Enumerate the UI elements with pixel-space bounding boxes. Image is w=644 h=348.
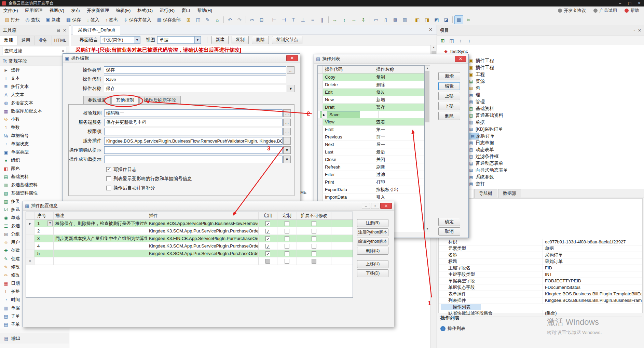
toolbox-item[interactable]: ▥ 多选基础资料 (0, 181, 69, 189)
project-toolbar-icon-button[interactable]: ↑ (457, 37, 464, 44)
menu-item[interactable]: 编辑(E) (112, 6, 134, 14)
text-input[interactable] (104, 146, 283, 154)
text-input[interactable]: 编码唯一 (104, 109, 283, 117)
operation-row[interactable]: New 新增 (318, 96, 424, 104)
toolbox-item[interactable]: ♦ 组织 (0, 156, 69, 164)
document-action-button[interactable]: 复制 (232, 36, 249, 44)
pin-icon[interactable]: ⊟ (57, 28, 60, 33)
toolbar-icon-button[interactable]: ◩ (432, 15, 441, 24)
plugin-dialog-button[interactable]: 删除(D) (357, 247, 388, 255)
column-header-enabled[interactable]: 启用 (259, 212, 277, 219)
property-row[interactable]: 列表插件 Kingdee.BOS.Business.Bill.PlugIn.Bu… (439, 297, 642, 304)
toolbox-item[interactable]: ► 选择 (0, 66, 69, 74)
document-action-button[interactable]: 删除 (252, 36, 269, 44)
toolbox-item[interactable]: A 大文本 (0, 91, 69, 99)
toolbox-item[interactable]: ▧ 基础资料属性 (0, 189, 69, 197)
project-view-tab[interactable]: 导航树 (474, 189, 497, 198)
operation-row[interactable]: View 查看 (318, 118, 424, 126)
toolbox-item[interactable]: № 单据编号 (0, 132, 69, 140)
operation-row[interactable]: Edit 修改 (318, 89, 424, 96)
toolbox-item[interactable]: ▦ 数据库加密文本 (0, 107, 69, 115)
toolbox-item[interactable]: ◧ 颜色 (0, 164, 69, 173)
custom-checkbox[interactable] (285, 251, 289, 256)
property-row[interactable]: 主键字段名 FID (439, 265, 642, 271)
property-row[interactable]: 缺省快捷过滤字段集合 (集合) (439, 310, 642, 317)
property-row[interactable]: 单据状态字段 FDocumentStatus (439, 284, 642, 291)
toolbox-item[interactable]: ▣ 单据类型 (0, 148, 69, 156)
field-picker-button[interactable]: ▼ (287, 85, 294, 92)
custom-checkbox[interactable] (285, 244, 289, 249)
dialog-tab[interactable]: 参数设置 (83, 96, 111, 104)
plugin-row[interactable]: 2 Kingdee.K3.SCM.App.Pur.ServicePlugIn.P… (26, 227, 353, 235)
operation-row[interactable]: Filter 过滤 (318, 171, 424, 178)
menu-item[interactable]: 视图(V) (46, 6, 68, 14)
toolbox-search[interactable]: 查询过滤 ✕ (2, 47, 67, 55)
toolbar-button[interactable]: ▦ 保存 (64, 15, 84, 24)
ext-locked-checkbox[interactable] (312, 229, 316, 233)
property-row[interactable]: 标题 采购订单 (439, 258, 642, 265)
toolbar-button[interactable]: ⇓ 保存并签入 (121, 15, 154, 24)
operation-row[interactable]: Previous 前一 (318, 133, 424, 141)
operation-row[interactable]: ImportData 引入 (318, 193, 424, 201)
maximize-button[interactable]: ▢ (625, 0, 634, 6)
column-header-plugin[interactable]: 插件 (147, 212, 259, 219)
project-toolbar-icon-button[interactable]: ◫ (448, 37, 455, 44)
checkbox[interactable] (106, 167, 111, 172)
text-input[interactable]: 保存并更新批号主档 (104, 119, 283, 126)
menu-item[interactable]: 运行(R) (156, 6, 178, 14)
toolbar-icon-button[interactable]: ▥ (400, 15, 409, 24)
enabled-checkbox[interactable] (265, 251, 270, 256)
checkbox-row[interactable]: 写操作日志 (106, 166, 291, 173)
plugin-row[interactable]: 1 移除保存、删除操作，检查被删行是否下推过的... Kingdee.BOS.A… (26, 220, 353, 227)
scroll-up-icon[interactable]: ▲ (431, 45, 437, 50)
property-row[interactable]: 单据类型字段 FOBJECTTYPEID (439, 278, 642, 284)
enabled-checkbox[interactable] (265, 244, 270, 249)
plugin-move-button[interactable]: 上移(U) (357, 260, 388, 268)
menu-link[interactable]: 帮助 (625, 8, 639, 14)
toolbar-icon-button[interactable]: ⇕ (359, 15, 368, 24)
menu-item[interactable]: 文件(F) (0, 6, 22, 14)
toolbar-icon-button[interactable]: ⊢ (270, 15, 279, 24)
field-picker-button[interactable]: … (287, 66, 294, 74)
text-input[interactable] (104, 156, 283, 163)
output-panel-tab[interactable]: ▤ 输出 (0, 333, 69, 344)
operation-list-button[interactable]: 删除 (438, 112, 460, 120)
checkbox[interactable] (106, 176, 111, 181)
toolbar-icon-button[interactable]: ↕ (340, 15, 349, 24)
column-header-custom[interactable]: 定制 (277, 212, 297, 219)
close-panel-icon[interactable]: ✕ (63, 28, 66, 33)
toolbar-icon-button[interactable]: ⇔ (350, 15, 358, 24)
property-row[interactable]: 主键字段类型 INT (439, 271, 642, 278)
menu-item[interactable]: 发布 (68, 6, 83, 14)
scrollbar-thumb[interactable] (425, 71, 429, 122)
dialog-minimize-button[interactable]: – (362, 203, 370, 209)
plugin-row[interactable]: 5 Kingdee.K3.SCM.App.Pur.ServicePlugIn.P… (26, 250, 353, 257)
operation-list-button[interactable]: 上移 (438, 92, 460, 100)
view-select[interactable]: 单据 ▼ (157, 36, 201, 44)
toolbar-icon-button[interactable]: ↶ (225, 15, 234, 24)
language-select[interactable]: 中文(简体) ▼ (100, 36, 140, 44)
toolbar-icon-button[interactable]: ∥ (318, 15, 327, 24)
toolbar-icon-button[interactable]: ↷ (235, 15, 244, 24)
operation-list-button[interactable]: 新增 (438, 72, 460, 80)
toolbar-icon-button[interactable]: ≋ (464, 15, 473, 24)
toolbar-icon-button[interactable]: ▯ (381, 15, 390, 24)
dialog-close-button[interactable]: ✕ (455, 56, 466, 62)
menu-link[interactable]: 产品试用 (593, 8, 617, 14)
menu-item[interactable]: 帮助(H) (194, 6, 216, 14)
toolbox-item[interactable]: 1 整数 (0, 123, 69, 132)
operation-row[interactable]: ExportData 按模板引出 (318, 186, 424, 193)
operation-row[interactable]: Close 关闭 (318, 156, 424, 163)
dialog-restore-button[interactable]: ▫ (371, 203, 379, 209)
dialog-close-button[interactable]: ✕ (286, 55, 298, 61)
operation-row[interactable]: Last 最后 (318, 148, 424, 156)
toolbar-icon-button[interactable]: ⌂ (213, 15, 222, 24)
toolbar-button[interactable]: ▣ 新建 (43, 15, 63, 24)
toolbar-icon-button[interactable]: ≡ (308, 15, 317, 24)
field-picker-button[interactable]: ▼ (283, 156, 291, 163)
enabled-checkbox[interactable] (265, 236, 270, 241)
clear-search-icon[interactable]: ✕ (61, 49, 65, 53)
property-row[interactable]: 名称 采购订单 (439, 252, 642, 258)
text-input[interactable]: 保存 (104, 85, 286, 92)
toolbar-icon-button[interactable]: ⊤ (289, 15, 298, 24)
